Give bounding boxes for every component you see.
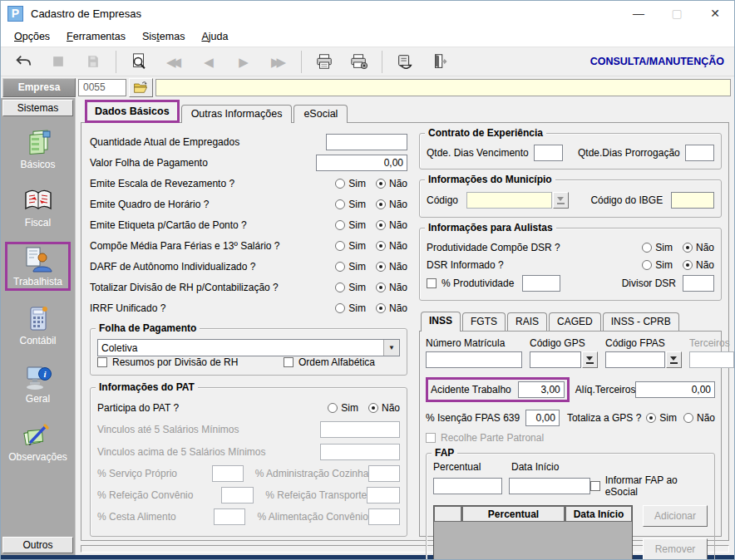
radio-nao[interactable] — [376, 199, 386, 209]
dias-prorrogacao-field[interactable] — [685, 145, 714, 161]
radio-nao[interactable] — [376, 179, 386, 189]
radio-nao[interactable] — [376, 303, 386, 313]
tab-inss-cprb[interactable]: INSS - CPRB — [603, 312, 679, 331]
ordem-alfabetica-checkbox[interactable]: Ordem Alfabética — [284, 356, 400, 368]
valor-folha-field[interactable]: 0,00 — [316, 155, 407, 171]
fap-table-header[interactable]: Data Início — [565, 506, 632, 522]
radio-sim[interactable] — [328, 403, 338, 413]
close-button[interactable]: ✕ — [696, 1, 734, 26]
codigo-ibge-field[interactable] — [671, 192, 714, 209]
radio-sim[interactable] — [335, 262, 345, 272]
pct-field[interactable] — [367, 487, 400, 504]
observacoes-icon — [22, 420, 52, 450]
resumos-divisao-checkbox[interactable]: Resumos por Divisão de RH — [97, 356, 284, 368]
checkbox-icon[interactable] — [590, 481, 600, 491]
pct-produtividade-field[interactable] — [522, 275, 560, 292]
pct-field[interactable] — [221, 487, 254, 504]
geral-icon: i — [23, 362, 53, 392]
tab-caged[interactable]: CAGED — [549, 312, 601, 331]
codigo-gps-field[interactable] — [530, 351, 581, 368]
export-icon[interactable] — [394, 52, 416, 71]
fap-data-inicio-field[interactable] — [509, 478, 590, 494]
radio-nao[interactable] — [683, 243, 693, 253]
empresa-name-field[interactable] — [155, 79, 731, 96]
informar-fap-checkbox[interactable]: Informar FAP ao eSocial — [590, 474, 708, 498]
fap-table[interactable]: Percentual Data Início — [433, 505, 633, 560]
pct-field[interactable] — [368, 465, 400, 482]
radio-sim[interactable] — [642, 260, 652, 270]
exit-icon[interactable] — [429, 52, 451, 71]
radio-sim[interactable] — [335, 220, 345, 230]
radio-sim[interactable] — [335, 199, 345, 209]
sidebar-item-trabalhista[interactable]: Trabalhista — [5, 242, 71, 291]
tab-inss[interactable]: INSS — [421, 312, 461, 332]
numero-matricula-field[interactable] — [426, 351, 522, 368]
radio-sim[interactable] — [335, 303, 345, 313]
empresa-row: Empresa 0055 — [1, 76, 734, 98]
radio-nao[interactable] — [376, 241, 386, 251]
radio-nao[interactable] — [376, 282, 386, 292]
sidebar-item-observacoes[interactable]: Observações — [4, 418, 72, 465]
radio-sim[interactable] — [335, 179, 345, 189]
dias-vencimento-field[interactable] — [534, 145, 563, 161]
empresa-code-field[interactable]: 0055 — [78, 79, 126, 96]
radio-sim[interactable] — [646, 413, 656, 423]
radio-sim[interactable] — [642, 243, 652, 253]
maximize-button[interactable]: ▢ — [658, 1, 696, 26]
print-preview-icon[interactable] — [128, 52, 150, 71]
tab-fgts[interactable]: FGTS — [462, 312, 506, 331]
pct-field[interactable] — [214, 508, 245, 525]
fap-percentual-field[interactable] — [433, 478, 502, 494]
radio-nao[interactable] — [683, 413, 693, 423]
gps-lookup-button[interactable] — [582, 351, 598, 368]
radio-nao[interactable] — [376, 220, 386, 230]
acidente-trabalho-field[interactable]: 3,00 — [518, 381, 565, 398]
menu-opcoes[interactable]: Opções — [6, 29, 58, 44]
radio-sim[interactable] — [335, 282, 345, 292]
sidebar-item-basicos[interactable]: Básicos — [16, 125, 59, 173]
radio-nao[interactable] — [376, 262, 386, 272]
sidebar-item-fiscal[interactable]: Fiscal — [19, 184, 57, 231]
tab-outras-informacoes[interactable]: Outras Informações — [181, 105, 293, 123]
codigo-fpas-field[interactable] — [605, 351, 665, 368]
codigo-municipio-field[interactable] — [466, 192, 552, 209]
sidebar-item-contabil[interactable]: Contábil — [15, 302, 60, 349]
pct-produtividade-checkbox[interactable]: % Produtividade — [427, 278, 514, 289]
fpas-lookup-button[interactable] — [666, 351, 682, 368]
vinculos-ate-5-field[interactable] — [320, 421, 400, 438]
qtde-empregados-field[interactable] — [326, 134, 407, 150]
checkbox-icon[interactable] — [427, 278, 437, 288]
menu-ajuda[interactable]: Ajuda — [193, 29, 236, 44]
vinculos-acima-5-field[interactable] — [320, 444, 400, 460]
municipio-lookup-button[interactable] — [553, 192, 569, 209]
radio-sim[interactable] — [335, 241, 345, 251]
basicos-icon — [23, 128, 53, 158]
isencao-fpas-field[interactable]: 0,00 — [525, 410, 560, 426]
sidebar-footer-outros[interactable]: Outros — [2, 537, 73, 553]
divisor-dsr-field[interactable] — [683, 275, 714, 292]
radio-nao[interactable] — [368, 403, 378, 413]
combo-arrow-icon[interactable]: ▼ — [383, 340, 399, 356]
open-folder-button[interactable] — [129, 78, 153, 97]
municipio-group: Informações do Município Código Código d… — [419, 179, 722, 218]
sidebar-header-sistemas[interactable]: Sistemas — [2, 100, 73, 116]
print-icon[interactable] — [313, 52, 335, 71]
menu-ferramentas[interactable]: Ferramentas — [58, 29, 134, 44]
tab-dados-basicos[interactable]: Dados Básicos — [85, 100, 180, 123]
tab-rais[interactable]: RAIS — [507, 312, 547, 331]
aliq-terceiros-field[interactable]: 0,00 — [635, 381, 715, 398]
pct-field[interactable] — [368, 508, 400, 525]
folha-pagamento-combo[interactable]: Coletiva ▼ — [97, 339, 400, 356]
undo-icon[interactable] — [12, 52, 34, 71]
terceiros-field[interactable] — [689, 351, 734, 368]
checkbox-icon[interactable] — [97, 357, 107, 367]
minimize-button[interactable]: — — [619, 1, 658, 26]
tab-esocial[interactable]: eSocial — [294, 105, 348, 123]
radio-nao[interactable] — [683, 260, 693, 270]
sidebar-item-geral[interactable]: i Geral — [19, 360, 57, 407]
checkbox-icon[interactable] — [284, 357, 294, 367]
print-setup-icon[interactable] — [348, 52, 370, 71]
pct-field[interactable] — [212, 465, 244, 482]
menu-sistemas[interactable]: Sistemas — [134, 29, 193, 44]
fap-table-header[interactable]: Percentual — [461, 506, 565, 522]
